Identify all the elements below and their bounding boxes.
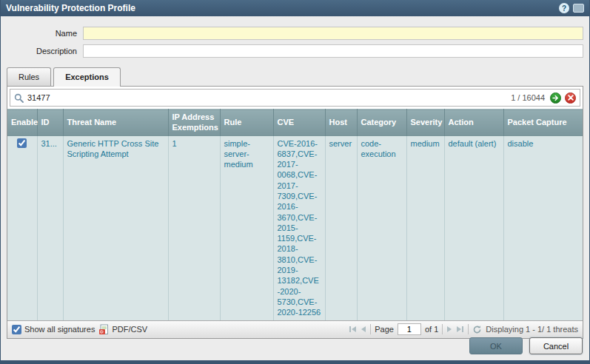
show-all-signatures-checkbox[interactable] [12,325,21,334]
severity-cell: medium [406,136,444,320]
category-cell: code-execution [357,136,406,320]
vulnerability-protection-profile-dialog: Vulnerability Protection Profile ? Name … [0,0,590,364]
exceptions-table: Enable ID Threat Name IP Address Exempti… [7,109,583,320]
tab-rules[interactable]: Rules [7,67,51,86]
page-label: Page [375,325,394,334]
exceptions-panel: 1 / 16044 Enable ID Threat Name IP Addre… [7,86,583,339]
pdf-csv-label: PDF/CSV [112,325,147,334]
help-icon[interactable]: ? [559,3,569,13]
column-header-cve[interactable]: CVE [273,109,325,136]
enable-checkbox[interactable] [17,138,27,148]
pdf-csv-icon [98,324,109,335]
action-cell: default (alert) [444,136,503,320]
page-of-label: of 1 [425,325,438,334]
column-header-id[interactable]: ID [37,109,63,136]
column-header-enable[interactable]: Enable [7,109,37,136]
name-label: Name [7,29,83,38]
table-header-row: Enable ID Threat Name IP Address Exempti… [7,109,583,136]
column-header-rule[interactable]: Rule [220,109,273,136]
search-icon [14,93,24,103]
dialog-title: Vulnerability Protection Profile [6,3,135,13]
ip-exemptions-cell: 1 [168,136,220,320]
search-result-count: 1 / 16044 [511,93,545,102]
profile-form: Name Description [1,16,589,58]
tab-exceptions[interactable]: Exceptions [53,67,121,87]
host-cell: server [325,136,357,320]
column-header-host[interactable]: Host [325,109,357,136]
ok-button[interactable]: OK [469,337,523,354]
search-bar: 1 / 16044 [10,89,580,107]
column-header-severity[interactable]: Severity [406,109,444,136]
prev-page-button[interactable] [361,326,366,333]
column-header-threat-name[interactable]: Threat Name [63,109,168,136]
column-header-packet-capture[interactable]: Packet Capture [503,109,583,136]
tab-bar: Rules Exceptions [7,67,583,86]
table-row: 31... Generic HTTP Cross Site Scripting … [7,136,583,320]
titlebar: Vulnerability Protection Profile ? [1,0,589,16]
enable-cell [7,136,37,320]
cve-cell: CVE-2016-6837,CVE-2017-0068,CVE-2017-730… [273,136,325,320]
rule-cell: simple-server-medium [220,136,273,320]
description-input[interactable] [83,44,583,58]
window-bottom-edge [1,360,589,364]
column-header-action[interactable]: Action [444,109,503,136]
column-header-category[interactable]: Category [357,109,406,136]
first-page-button[interactable] [349,326,357,333]
next-page-button[interactable] [446,326,452,333]
column-header-ip-address-exemptions[interactable]: IP Address Exemptions [168,109,220,136]
threat-name-cell[interactable]: Generic HTTP Cross Site Scripting Attemp… [63,136,168,320]
id-cell: 31... [37,136,63,320]
last-page-button[interactable] [456,326,464,333]
refresh-icon[interactable] [472,325,482,334]
search-go-button[interactable] [550,92,561,104]
displaying-status: Displaying 1 - 1/ 1 threats [486,325,578,334]
packet-capture-cell: disable [503,136,583,320]
window-icon[interactable] [573,4,584,13]
cancel-button[interactable]: Cancel [529,337,583,354]
search-clear-button[interactable] [565,92,576,104]
grid-footer: Show all signatures PDF/CSV [7,320,583,338]
dialog-buttons: OK Cancel [469,337,583,354]
search-input[interactable] [27,91,507,104]
page-input[interactable] [398,323,421,335]
name-input[interactable] [83,27,583,40]
description-label: Description [7,47,83,55]
pagination: Page of 1 Displaying 1 - 1/ 1 threats [349,323,578,335]
pdf-csv-button[interactable]: PDF/CSV [98,324,147,335]
show-all-signatures-label: Show all signatures [24,325,95,334]
